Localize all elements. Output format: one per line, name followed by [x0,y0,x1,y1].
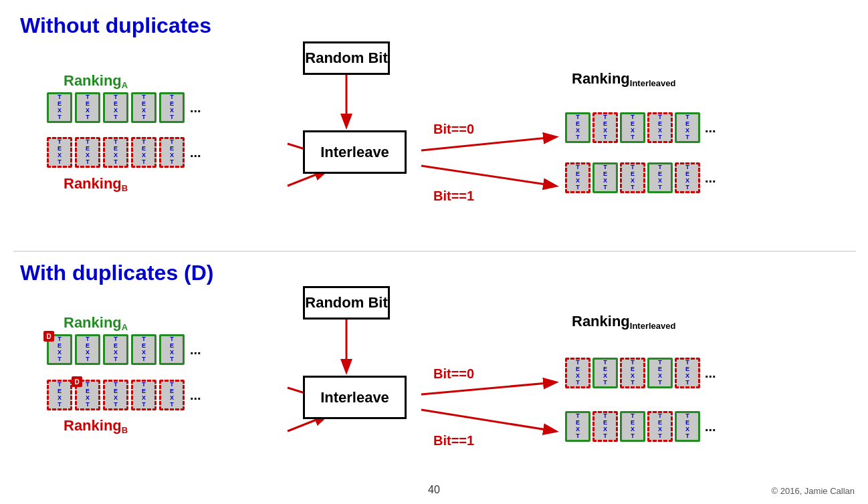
ellipsis: ... [705,120,716,136]
bit1-label-top: Bit==1 [433,188,474,204]
ellipsis: ... [190,342,201,358]
doc-item: TEXT [103,334,128,365]
bit0-output-docs-top: TEXT TEXT TEXT TEXT TEXT ... [565,112,716,143]
doc-item: TEXT [592,162,618,193]
bit0-label-top: Bit==0 [433,122,474,137]
ranking-b-label-top: RankingB [64,175,128,193]
doc-item: TEXT [159,334,185,365]
doc-item: TEXT [103,92,128,123]
bit1-output-docs-bottom: TEXT TEXT TEXT TEXT TEXT ... [565,411,716,442]
ranking-b-docs-top: TEXT TEXT TEXT TEXT TEXT ... [47,137,201,168]
interleave-box-top: Interleave [303,130,407,174]
bit1-output-docs-top: TEXT TEXT TEXT TEXT TEXT ... [565,162,716,193]
ranking-a-label-bottom: RankingA [64,314,128,332]
bit1-label-bottom: Bit==1 [433,433,474,449]
doc-item: TEXT [565,112,590,143]
doc-item: TEXT [103,137,128,168]
ranking-interleaved-label-bottom: RankingInterleaved [572,313,675,331]
copyright: © 2016, Jamie Callan [772,486,855,496]
ranking-b-label-bottom: RankingB [64,417,128,435]
bit0-label-bottom: Bit==0 [433,366,474,382]
doc-item: TEXT [620,411,645,442]
doc-item: TEXT [675,162,700,193]
doc-item-d: TEXT D [47,334,72,365]
ellipsis: ... [705,419,716,434]
title-without-duplicates: Without duplicates [20,13,211,38]
doc-item: TEXT [75,334,100,365]
doc-item: TEXT [75,137,100,168]
ellipsis: ... [190,145,201,160]
svg-line-4 [421,166,555,186]
doc-item: TEXT [565,162,590,193]
doc-item: TEXT [75,92,100,123]
ranking-a-docs-top: TEXT TEXT TEXT TEXT TEXT ... [47,92,201,123]
doc-item: TEXT [675,112,700,143]
random-bit-box-bottom: Random Bit [303,286,390,320]
doc-item: TEXT [103,380,128,410]
page-number: 40 [428,484,440,496]
doc-item: TEXT [565,358,590,388]
doc-item: TEXT [159,92,185,123]
svg-line-3 [421,137,555,150]
doc-item: TEXT [47,92,72,123]
doc-item: TEXT [647,112,673,143]
doc-item: TEXT [675,411,700,442]
doc-item: TEXT [620,358,645,388]
doc-item: TEXT [159,137,185,168]
ellipsis: ... [705,170,716,186]
svg-line-9 [421,410,555,431]
doc-item: TEXT [592,358,618,388]
doc-item: TEXT [47,380,72,410]
bit0-output-docs-bottom: TEXT TEXT TEXT TEXT TEXT ... [565,358,716,388]
random-bit-box-top: Random Bit [303,41,390,75]
doc-item: TEXT [675,358,700,388]
ellipsis: ... [190,100,201,116]
doc-item-d: TEXT D [75,380,100,410]
doc-item: TEXT [647,411,673,442]
doc-item: TEXT [620,162,645,193]
ellipsis: ... [705,366,716,381]
doc-item: TEXT [620,112,645,143]
doc-item: TEXT [47,137,72,168]
svg-line-8 [421,382,555,394]
ranking-interleaved-label-top: RankingInterleaved [572,70,675,88]
divider [13,251,856,252]
doc-item: TEXT [565,411,590,442]
ellipsis: ... [190,388,201,403]
doc-item: TEXT [592,411,618,442]
doc-item: TEXT [131,92,156,123]
doc-item: TEXT [159,380,185,410]
ranking-a-docs-bottom: TEXT D TEXT TEXT TEXT TEXT ... [47,334,201,365]
interleave-box-bottom: Interleave [303,376,407,419]
doc-item: TEXT [592,112,618,143]
doc-item: TEXT [131,334,156,365]
doc-item: TEXT [647,162,673,193]
doc-item: TEXT [131,380,156,410]
doc-item: TEXT [647,358,673,388]
doc-item: TEXT [131,137,156,168]
ranking-b-docs-bottom: TEXT TEXT D TEXT TEXT TEXT ... [47,380,201,410]
title-with-duplicates: With duplicates (D) [20,261,213,285]
ranking-a-label-top: RankingA [64,72,128,90]
